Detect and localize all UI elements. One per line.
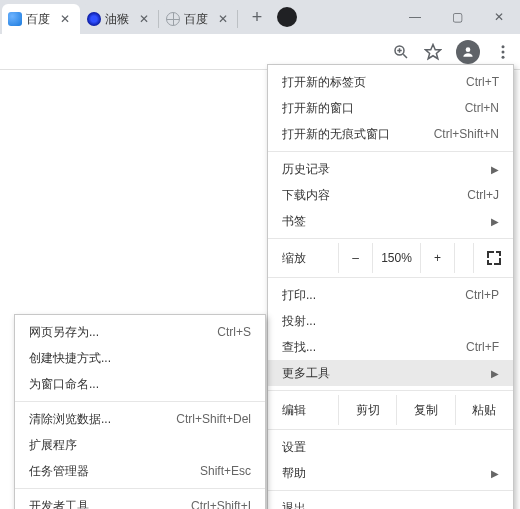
submenu-create-shortcut[interactable]: 创建快捷方式...: [15, 345, 265, 371]
svg-point-6: [502, 45, 505, 48]
menu-find[interactable]: 查找... Ctrl+F: [268, 334, 513, 360]
zoom-label: 缩放: [268, 250, 338, 267]
favicon-globe: [166, 12, 180, 26]
chevron-right-icon: ▶: [491, 468, 499, 479]
menu-new-window[interactable]: 打开新的窗口 Ctrl+N: [268, 95, 513, 121]
submenu-extensions[interactable]: 扩展程序: [15, 432, 265, 458]
profile-icon[interactable]: [456, 40, 480, 64]
svg-point-8: [502, 55, 505, 58]
menu-label: 清除浏览数据...: [29, 411, 111, 428]
submenu-save-as[interactable]: 网页另存为... Ctrl+S: [15, 319, 265, 345]
separator: [15, 488, 265, 489]
menu-shortcut: Ctrl+P: [465, 288, 499, 302]
svg-point-5: [466, 47, 471, 52]
menu-label: 历史记录: [282, 161, 330, 178]
separator: [268, 277, 513, 278]
main-menu: 打开新的标签页 Ctrl+T 打开新的窗口 Ctrl+N 打开新的无痕式窗口 C…: [267, 64, 514, 509]
zoom-out-button[interactable]: –: [338, 243, 372, 273]
favicon-baidu: [8, 12, 22, 26]
more-menu-button[interactable]: [494, 43, 512, 61]
separator: [268, 429, 513, 430]
close-icon[interactable]: ✕: [139, 12, 153, 26]
menu-label: 为窗口命名...: [29, 376, 99, 393]
separator: [15, 401, 265, 402]
menu-downloads[interactable]: 下载内容 Ctrl+J: [268, 182, 513, 208]
tab-1[interactable]: 百度 ✕: [2, 4, 80, 34]
menu-exit[interactable]: 退出: [268, 495, 513, 509]
menu-label: 更多工具: [282, 365, 330, 382]
submenu-task-manager[interactable]: 任务管理器 Shift+Esc: [15, 458, 265, 484]
submenu-dev-tools[interactable]: 开发者工具 Ctrl+Shift+I: [15, 493, 265, 509]
menu-zoom: 缩放 – 150% +: [268, 243, 513, 273]
menu-settings[interactable]: 设置: [268, 434, 513, 460]
submenu-clear-data[interactable]: 清除浏览数据... Ctrl+Shift+Del: [15, 406, 265, 432]
menu-label: 打印...: [282, 287, 316, 304]
zoom-icon[interactable]: [392, 43, 410, 61]
separator: [268, 390, 513, 391]
menu-shortcut: Ctrl+S: [217, 325, 251, 339]
menu-label: 扩展程序: [29, 437, 77, 454]
fullscreen-button[interactable]: [473, 243, 513, 273]
tab-2[interactable]: 油猴 ✕: [81, 4, 159, 34]
separator: [268, 490, 513, 491]
window-controls: — ▢ ✕: [394, 0, 520, 34]
tab-strip: 百度 ✕ 油猴 ✕ 百度 ✕ + — ▢ ✕: [0, 0, 520, 34]
menu-label: 投射...: [282, 313, 316, 330]
tab-title: 百度: [26, 11, 58, 28]
new-tab-button[interactable]: +: [243, 3, 271, 31]
fullscreen-icon: [487, 251, 501, 265]
menu-help[interactable]: 帮助 ▶: [268, 460, 513, 486]
separator: [268, 151, 513, 152]
menu-label: 打开新的标签页: [282, 74, 366, 91]
tab-title: 油猴: [105, 11, 137, 28]
edit-label: 编辑: [268, 402, 338, 419]
maximize-button[interactable]: ▢: [436, 0, 478, 34]
more-tools-submenu: 网页另存为... Ctrl+S 创建快捷方式... 为窗口命名... 清除浏览数…: [14, 314, 266, 509]
menu-label: 网页另存为...: [29, 324, 99, 341]
menu-shortcut: Ctrl+Shift+Del: [176, 412, 251, 426]
menu-shortcut: Ctrl+Shift+N: [434, 127, 499, 141]
svg-line-1: [403, 54, 407, 58]
paste-button[interactable]: 粘贴: [455, 395, 513, 425]
chevron-right-icon: ▶: [491, 216, 499, 227]
tab-title: 百度: [184, 11, 216, 28]
incognito-icon: [277, 7, 297, 27]
menu-history[interactable]: 历史记录 ▶: [268, 156, 513, 182]
star-icon[interactable]: [424, 43, 442, 61]
separator: [268, 238, 513, 239]
close-icon[interactable]: ✕: [218, 12, 232, 26]
menu-shortcut: Ctrl+N: [465, 101, 499, 115]
chevron-right-icon: ▶: [491, 164, 499, 175]
menu-shortcut: Ctrl+F: [466, 340, 499, 354]
menu-shortcut: Shift+Esc: [200, 464, 251, 478]
close-icon[interactable]: ✕: [60, 12, 74, 26]
menu-label: 设置: [282, 439, 306, 456]
menu-label: 开发者工具: [29, 498, 89, 510]
svg-marker-4: [426, 44, 441, 58]
menu-new-tab[interactable]: 打开新的标签页 Ctrl+T: [268, 69, 513, 95]
cut-button[interactable]: 剪切: [338, 395, 396, 425]
menu-label: 创建快捷方式...: [29, 350, 111, 367]
menu-shortcut: Ctrl+T: [466, 75, 499, 89]
zoom-in-button[interactable]: +: [420, 243, 454, 273]
favicon-baidu-paw: [87, 12, 101, 26]
menu-cast[interactable]: 投射...: [268, 308, 513, 334]
menu-label: 任务管理器: [29, 463, 89, 480]
menu-label: 查找...: [282, 339, 316, 356]
menu-new-incognito[interactable]: 打开新的无痕式窗口 Ctrl+Shift+N: [268, 121, 513, 147]
menu-bookmarks[interactable]: 书签 ▶: [268, 208, 513, 234]
menu-label: 帮助: [282, 465, 306, 482]
svg-point-7: [502, 50, 505, 53]
menu-label: 打开新的无痕式窗口: [282, 126, 390, 143]
tab-3[interactable]: 百度 ✕: [160, 4, 238, 34]
close-window-button[interactable]: ✕: [478, 0, 520, 34]
submenu-name-window[interactable]: 为窗口命名...: [15, 371, 265, 397]
menu-label: 退出: [282, 500, 306, 510]
menu-shortcut: Ctrl+Shift+I: [191, 499, 251, 509]
menu-more-tools[interactable]: 更多工具 ▶: [268, 360, 513, 386]
minimize-button[interactable]: —: [394, 0, 436, 34]
menu-print[interactable]: 打印... Ctrl+P: [268, 282, 513, 308]
menu-label: 书签: [282, 213, 306, 230]
menu-label: 打开新的窗口: [282, 100, 354, 117]
copy-button[interactable]: 复制: [396, 395, 454, 425]
